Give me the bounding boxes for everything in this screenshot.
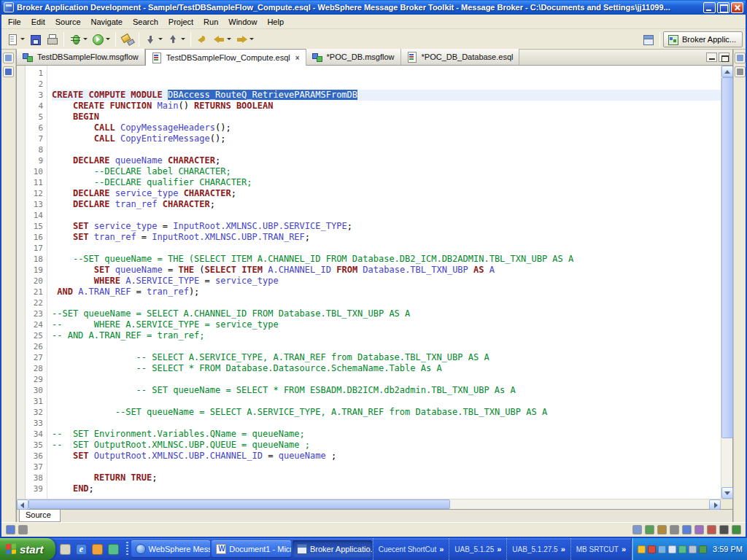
- open-perspective-button[interactable]: [640, 31, 657, 47]
- toolbar-save-button[interactable]: [27, 31, 44, 47]
- chevron-icon[interactable]: »: [439, 545, 444, 553]
- code-line[interactable]: BEGIN: [52, 112, 721, 122]
- editor-tab-4[interactable]: *POC_DB_Database.esql: [401, 49, 520, 65]
- toolbar-forward-button[interactable]: [233, 31, 256, 47]
- code-line[interactable]: [52, 144, 721, 155]
- grid-icon[interactable]: [632, 525, 642, 534]
- editor-icon[interactable]: [18, 525, 28, 534]
- toolbar-next-annotation-button[interactable]: [142, 31, 165, 47]
- horizontal-scrollbar[interactable]: [17, 499, 732, 509]
- perspective-broker-button[interactable]: Broker Applic...: [663, 31, 743, 47]
- code-line[interactable]: -- SELECT A.SERVICE_TYPE, A.TRAN_REF fro…: [52, 352, 721, 363]
- code-line[interactable]: END;: [52, 483, 721, 494]
- code-line[interactable]: -- SET Environment.Variables.QName = que…: [52, 429, 721, 440]
- mail-icon[interactable]: [682, 525, 692, 534]
- scrollbar-thumb[interactable]: [28, 499, 450, 509]
- palette-fast-view-icon[interactable]: [3, 66, 14, 77]
- dropdown-caret-icon[interactable]: [158, 38, 163, 40]
- dropdown-caret-icon[interactable]: [106, 38, 110, 40]
- editor-tab-3[interactable]: *POC_DB.msgflow: [306, 49, 401, 65]
- scroll-down-icon[interactable]: [721, 487, 733, 499]
- code-line[interactable]: -- WHERE A.SERVICE_TYPE = service_type: [52, 319, 721, 330]
- toolbar-search-button[interactable]: [119, 31, 136, 47]
- code-line[interactable]: CALL CopyEntireMessage();: [52, 133, 721, 144]
- code-line[interactable]: DECLARE tran_ref CHARACTER;: [52, 199, 721, 210]
- editor-fast-view-icon[interactable]: [3, 52, 14, 63]
- taskbar-task-3[interactable]: Broker Applicatio...: [293, 540, 372, 557]
- code-line[interactable]: [52, 68, 721, 79]
- code-line[interactable]: [52, 418, 721, 429]
- code-line[interactable]: -- AND A.TRAN_REF = tran_ref;: [52, 330, 721, 341]
- code-line[interactable]: SET tran_ref = InputRoot.XMLNSC.UBP.TRAN…: [52, 232, 721, 243]
- code-line[interactable]: WHERE A.SERVICE_TYPE = service_type: [52, 276, 721, 287]
- start-button[interactable]: start: [0, 538, 55, 560]
- code-line[interactable]: --DECLARE label CHARACTER;: [52, 166, 721, 177]
- code-line[interactable]: --SET queueName = THE (SELECT ITEM A.CHA…: [52, 254, 721, 265]
- sync-icon[interactable]: [645, 525, 654, 534]
- antivirus-icon[interactable]: [648, 545, 656, 553]
- console-icon[interactable]: [719, 525, 729, 534]
- application-icon[interactable]: [4, 2, 14, 12]
- code-line[interactable]: SET service_type = InputRoot.XMLNSC.UBP.…: [52, 221, 721, 232]
- update-icon[interactable]: [638, 545, 646, 553]
- outline-view-icon[interactable]: [735, 52, 746, 63]
- deskband-mb-srtcut[interactable]: MB SRTCUT»: [570, 538, 631, 560]
- menu-search[interactable]: Search: [128, 16, 163, 28]
- deskband-uab-5-1-25[interactable]: UAB_5.1.25»: [449, 538, 506, 560]
- code-line[interactable]: -- SET queueName = SELECT * FROM ESBADM.…: [52, 385, 721, 396]
- code-line[interactable]: CREATE COMPUTE MODULE DBAccess_RouteQ_Re…: [52, 90, 721, 101]
- code-line[interactable]: [52, 462, 721, 472]
- scroll-up-icon[interactable]: [721, 66, 733, 77]
- toolbar-last-edit-button[interactable]: [194, 31, 211, 47]
- chevron-icon[interactable]: »: [497, 545, 501, 553]
- pencil-icon[interactable]: [670, 525, 679, 534]
- toolbar-prev-annotation-button[interactable]: [165, 31, 187, 47]
- link-icon[interactable]: [657, 525, 667, 534]
- show-desktop-icon[interactable]: [58, 541, 73, 557]
- menu-help[interactable]: Help: [262, 16, 289, 28]
- code-line[interactable]: [52, 210, 721, 221]
- editor-tab-1[interactable]: TestDBSampleFlow.msgflow: [17, 49, 145, 65]
- editor-tab-2[interactable]: TestDBSampleFlow_Compute.esql×: [145, 49, 306, 66]
- scrollbar-track[interactable]: [28, 499, 709, 509]
- close-button[interactable]: [731, 2, 743, 13]
- messenger-icon[interactable]: [107, 541, 121, 557]
- taskbar-task-2[interactable]: Document1 - Micr...: [212, 540, 291, 557]
- code-line[interactable]: CREATE FUNCTION Main() RETURNS BOOLEAN: [52, 101, 721, 112]
- dropdown-caret-icon[interactable]: [227, 38, 231, 40]
- menu-navigate[interactable]: Navigate: [86, 16, 128, 28]
- scrollbar-track[interactable]: [721, 77, 732, 487]
- minimize-button[interactable]: [703, 2, 716, 13]
- taskbar-task-1[interactable]: WebSphere Mess...: [131, 540, 211, 557]
- deskband-uab-5-1-27-5[interactable]: UAB_5.1.27.5»: [506, 538, 570, 560]
- code-line[interactable]: --DECLARE qualifier CHARACTER;: [52, 177, 721, 188]
- code-line[interactable]: DECLARE service_type CHARACTER;: [52, 188, 721, 199]
- code-line[interactable]: [52, 374, 721, 385]
- dropdown-caret-icon[interactable]: [83, 38, 88, 40]
- menu-edit[interactable]: Edit: [26, 16, 50, 28]
- internet-explorer-icon[interactable]: e: [74, 541, 89, 557]
- toolbar-run-button[interactable]: [90, 31, 112, 47]
- code-line[interactable]: SET OutputRoot.XMLNSC.UBP.CHANNEL_ID = q…: [52, 451, 721, 462]
- source-tab[interactable]: Source: [19, 510, 61, 522]
- menu-window[interactable]: Window: [223, 16, 262, 28]
- toolbar-back-button[interactable]: [211, 31, 233, 47]
- code-line[interactable]: --SET queueName = SELECT A.SERVICE_TYPE,…: [52, 407, 721, 418]
- properties-view-icon[interactable]: [735, 66, 746, 77]
- close-tab-icon[interactable]: ×: [295, 54, 300, 62]
- code-line[interactable]: CALL CopyMessageHeaders();: [52, 122, 721, 133]
- code-line[interactable]: [52, 79, 721, 90]
- scroll-left-icon[interactable]: [17, 499, 28, 510]
- toolbar-debug-button[interactable]: [67, 31, 90, 47]
- code-line[interactable]: SET queueName = THE (SELECT ITEM A.CHANN…: [52, 265, 721, 276]
- dropdown-caret-icon[interactable]: [181, 38, 185, 40]
- code-line[interactable]: RETURN TRUE;: [52, 472, 721, 483]
- toolbar-print-button[interactable]: [44, 31, 61, 47]
- chevron-icon[interactable]: »: [561, 545, 565, 553]
- maximize-button[interactable]: [717, 2, 729, 13]
- toolbar-new-wizard-button[interactable]: [4, 31, 27, 47]
- filter-icon[interactable]: [694, 525, 704, 534]
- dropdown-caret-icon[interactable]: [20, 38, 25, 40]
- menu-run[interactable]: Run: [198, 16, 223, 28]
- scrollbar-thumb[interactable]: [721, 77, 733, 438]
